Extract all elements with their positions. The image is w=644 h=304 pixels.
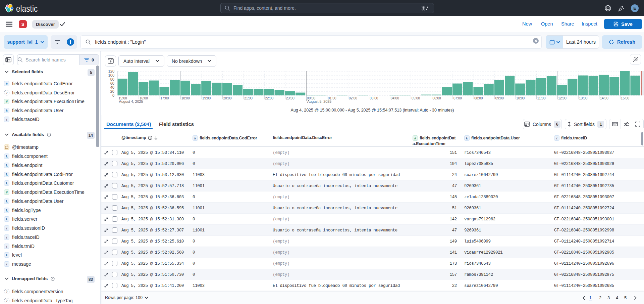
svg-text:60: 60 (110, 81, 114, 85)
svg-text:21:00: 21:00 (244, 96, 253, 100)
svg-text:August 4, 2025: August 4, 2025 (119, 99, 143, 103)
svg-text:05:00: 05:00 (412, 96, 420, 100)
svg-text:13:00: 13:00 (579, 96, 587, 100)
svg-text:08:00: 08:00 (474, 96, 483, 100)
svg-text:23:00: 23:00 (286, 96, 294, 100)
svg-text:14:00: 14:00 (600, 96, 608, 100)
svg-text:18:00: 18:00 (181, 96, 190, 100)
svg-text:06:00: 06:00 (433, 96, 441, 100)
svg-text:09:00: 09:00 (495, 96, 504, 100)
svg-text:20: 20 (110, 89, 114, 93)
svg-text:August 5, 2025: August 5, 2025 (307, 99, 331, 103)
svg-text:80: 80 (110, 77, 114, 81)
svg-text:10:00: 10:00 (516, 96, 525, 100)
svg-text:19:00: 19:00 (202, 96, 211, 100)
svg-text:17:00: 17:00 (160, 96, 169, 100)
svg-text:0: 0 (112, 93, 114, 97)
svg-text:02:00: 02:00 (349, 96, 357, 100)
svg-text:Aug 4, 2025 @ 15:00:00.000 - A: Aug 4, 2025 @ 15:00:00.000 - Aug 5, 2025… (291, 108, 454, 113)
svg-text:120: 120 (108, 69, 114, 73)
svg-text:22:00: 22:00 (265, 96, 273, 100)
svg-text:20:00: 20:00 (223, 96, 232, 100)
svg-text:11:00: 11:00 (537, 96, 546, 100)
svg-text:100: 100 (108, 73, 114, 77)
svg-text:15:00: 15:00 (621, 96, 629, 100)
svg-text:04:00: 04:00 (391, 96, 399, 100)
svg-text:03:00: 03:00 (370, 96, 378, 100)
svg-text:12:00: 12:00 (558, 96, 567, 100)
svg-text:07:00: 07:00 (453, 96, 462, 100)
svg-text:40: 40 (110, 85, 114, 89)
